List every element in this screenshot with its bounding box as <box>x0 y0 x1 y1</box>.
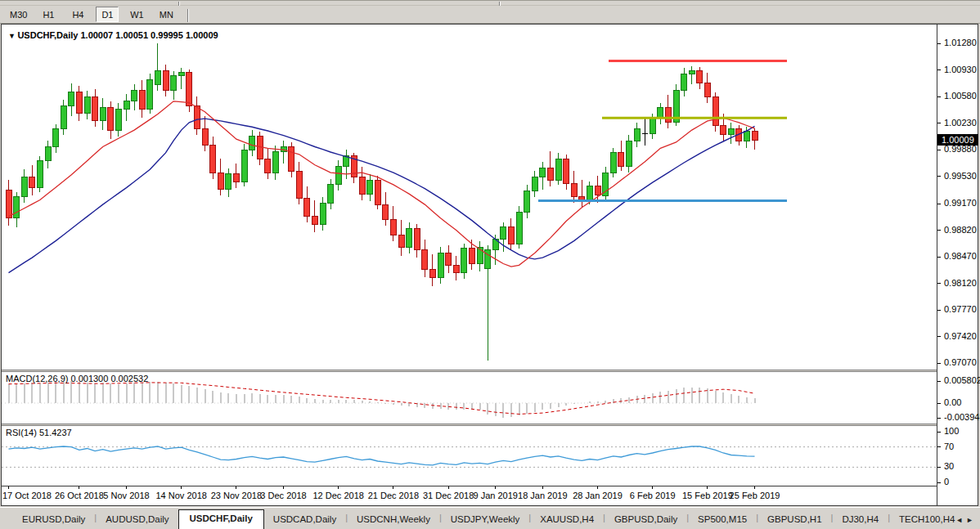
chart-tab-audusd[interactable]: AUDUSD,Daily <box>97 511 178 529</box>
price-axis-tick <box>937 96 941 97</box>
date-axis-tick <box>8 486 9 489</box>
date-axis[interactable]: 17 Oct 201826 Oct 20185 Nov 201814 Nov 2… <box>2 486 937 505</box>
bear-candle <box>139 91 145 109</box>
chart-symbol-label: USDCHF,Daily <box>17 30 78 40</box>
bull-candle <box>328 185 334 203</box>
bear-candle <box>446 253 452 266</box>
chart-window: ▼ USDCHF,Daily 1.00007 1.00051 0.99995 1… <box>1 24 978 506</box>
one-click-trading-toggle[interactable]: ▼ <box>8 32 17 40</box>
bear-candle <box>704 83 710 97</box>
bear-candle <box>713 96 718 125</box>
chart-tab-usdcad[interactable]: USDCAD,Daily <box>264 511 345 529</box>
bull-candle <box>61 105 66 128</box>
bull-candle <box>100 107 106 121</box>
bull-candle <box>132 91 137 101</box>
bull-candle <box>320 203 326 224</box>
macd-axis-tick <box>937 381 941 382</box>
bear-candle <box>383 204 389 220</box>
date-axis-tick <box>283 486 284 489</box>
price-axis[interactable]: 1.012801.009301.005801.002300.998800.995… <box>937 25 978 505</box>
timeframe-button-d1[interactable]: D1 <box>96 7 119 22</box>
macd-axis-label: -0.003945 <box>944 412 980 423</box>
macd-axis-label: 0.00 <box>944 397 961 408</box>
date-axis-label: 6 Feb 2019 <box>622 491 684 500</box>
bear-candle <box>429 270 435 277</box>
chart-tab-tech100[interactable]: TECH100,H4 <box>890 511 960 529</box>
bull-candle <box>744 132 749 141</box>
chart-tab-sp500[interactable]: SP500,M15 <box>689 511 756 529</box>
chart-tab-usdjpy[interactable]: USDJPY,Weekly <box>442 511 529 529</box>
rsi-axis-tick <box>937 446 941 447</box>
macd-axis-tick <box>937 403 941 404</box>
tab-scroll-left-arrow[interactable]: ◄ <box>955 516 966 524</box>
bull-candle <box>272 151 278 173</box>
chart-plot-area[interactable]: ▼ USDCHF,Daily 1.00007 1.00051 0.99995 1… <box>2 25 937 505</box>
date-axis-tick <box>448 486 449 489</box>
price-pane-canvas[interactable] <box>2 25 937 370</box>
date-axis-label: 28 Jan 2019 <box>567 491 629 500</box>
toolbar-groove <box>187 9 189 22</box>
timeframe-button-mn[interactable]: MN <box>155 7 178 22</box>
trendlines-group[interactable] <box>538 61 787 201</box>
macd-axis-tick <box>937 418 941 419</box>
chart-title: ▼ USDCHF,Daily 1.00007 1.00051 0.99995 1… <box>8 30 218 40</box>
bull-candle <box>681 74 687 90</box>
bear-candle <box>92 96 98 121</box>
chart-tab-eurusd[interactable]: EURUSD,Daily <box>13 511 94 529</box>
chart-tab-usdcnh[interactable]: USDCNH,Weekly <box>348 511 439 529</box>
bear-candle <box>304 199 310 217</box>
price-axis-label: 1.01280 <box>944 38 977 48</box>
timeframe-button-h4[interactable]: H4 <box>66 7 89 22</box>
rsi-label: RSI(14) 51.4237 <box>6 428 72 437</box>
price-axis-tick <box>937 69 941 70</box>
timeframe-button-w1[interactable]: W1 <box>125 7 148 22</box>
bull-candle <box>555 159 561 180</box>
bull-candle <box>147 80 153 109</box>
ma-slow-line <box>9 119 755 273</box>
bear-candle <box>508 227 514 244</box>
date-axis-label: 25 Feb 2019 <box>724 491 786 500</box>
chart-tab-usdchf[interactable]: USDCHF,Daily <box>178 509 264 529</box>
bear-candle <box>375 180 380 204</box>
bull-candle <box>634 128 640 141</box>
chart-tab-xauusd[interactable]: XAUUSD,H4 <box>531 511 603 529</box>
macd-histogram-group <box>9 381 755 418</box>
rsi-line <box>9 446 755 465</box>
macd-axis-label: 0.005802 <box>944 375 980 386</box>
bull-candle <box>84 96 90 113</box>
bull-candle <box>45 147 51 161</box>
date-axis-tick <box>495 486 496 489</box>
bear-candle <box>595 186 600 195</box>
date-axis-label: 5 Nov 2018 <box>96 491 158 500</box>
chart-tab-gbpusd[interactable]: GBPUSD,Daily <box>605 511 686 529</box>
timeframe-button-h1[interactable]: H1 <box>37 7 60 22</box>
bull-candle <box>226 174 232 190</box>
bear-candle <box>187 73 192 106</box>
bull-candle <box>115 109 121 130</box>
chart-tab-gbpusd[interactable]: GBPUSD,H1 <box>758 511 830 529</box>
chart-tab-dj30[interactable]: DJ30,H4 <box>833 511 888 529</box>
rsi-axis-label: 70 <box>944 442 954 452</box>
date-axis-tick <box>707 486 708 489</box>
bull-candle <box>650 118 655 134</box>
rsi-pane-canvas[interactable] <box>2 426 937 486</box>
bear-candle <box>453 265 459 272</box>
date-axis-label: 18 Jan 2019 <box>511 491 573 500</box>
bear-candle <box>547 168 553 181</box>
bear-candle <box>202 128 208 145</box>
bull-candle <box>69 92 74 106</box>
date-axis-tick <box>181 486 182 489</box>
price-axis-tick <box>937 336 941 337</box>
date-axis-tick <box>338 486 339 489</box>
bull-candle <box>155 71 160 85</box>
bear-candle <box>398 235 404 247</box>
price-axis-tick <box>937 310 941 311</box>
timeframe-toolbar: M30H1H4D1W1MN <box>0 6 980 24</box>
timeframe-button-m30[interactable]: M30 <box>7 7 30 22</box>
date-axis-tick <box>236 486 236 489</box>
date-axis-label: 12 Dec 2018 <box>308 491 370 500</box>
date-axis-label: 21 Dec 2018 <box>362 491 425 500</box>
bear-candle <box>29 177 35 188</box>
chart-ohlc-values: 1.00007 1.00051 0.99995 1.00009 <box>80 30 218 40</box>
tab-scroll-right-arrow[interactable]: ► <box>966 516 977 524</box>
